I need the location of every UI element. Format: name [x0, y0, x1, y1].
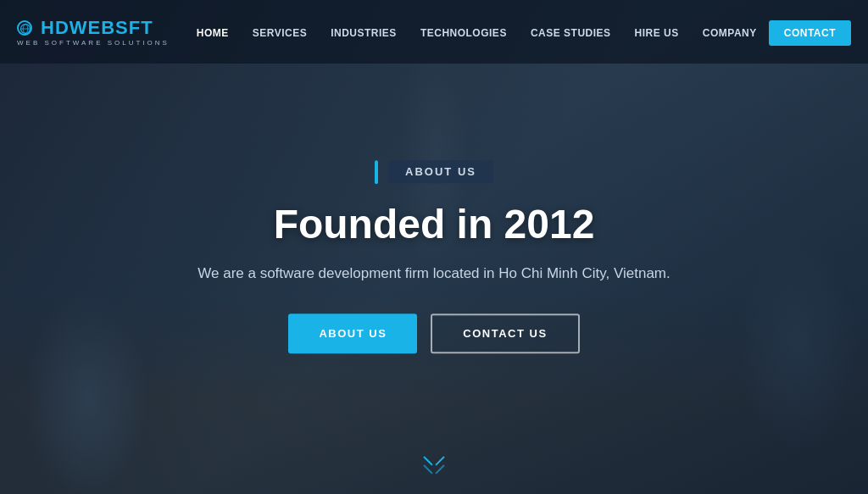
scroll-indicator[interactable] [424, 452, 444, 473]
nav-links: HOME SERVICES INDUSTRIES TECHNOLOGIES CA… [185, 25, 851, 40]
contact-us-button[interactable]: CONTACT US [431, 314, 579, 353]
nav-link-hire-us[interactable]: HIRE US [623, 20, 691, 46]
nav-link-home[interactable]: HOME [185, 20, 241, 46]
nav-item-industries[interactable]: INDUSTRIES [319, 25, 409, 40]
nav-link-services[interactable]: SERVICES [241, 20, 319, 46]
nav-link-case-studies[interactable]: CASE STUDIES [519, 20, 623, 46]
hero-subtitle: We are a software development firm locat… [137, 263, 731, 285]
nav-item-contact[interactable]: CONTACT [769, 25, 851, 40]
nav-item-company[interactable]: COMPANY [691, 25, 769, 40]
nav-item-case-studies[interactable]: CASE STUDIES [519, 25, 623, 40]
hero-buttons: ABOUT US CONTACT US [137, 314, 731, 353]
logo-globe-icon [17, 20, 32, 36]
nav-item-services[interactable]: SERVICES [241, 25, 319, 40]
hero-content: ABOUT US Founded in 2012 We are a softwa… [137, 160, 731, 353]
about-badge: ABOUT US [375, 160, 493, 184]
logo-tagline: WEB SOFTWARE SOLUTIONS [17, 39, 170, 47]
nav-item-technologies[interactable]: TECHNOLOGIES [409, 25, 519, 40]
hero-title: Founded in 2012 [137, 201, 731, 247]
nav-link-technologies[interactable]: TECHNOLOGIES [409, 20, 519, 46]
hero-section: HDWEBSFT WEB SOFTWARE SOLUTIONS HOME SER… [0, 0, 868, 494]
nav-contact-button[interactable]: CONTACT [769, 20, 851, 46]
nav-link-company[interactable]: COMPANY [691, 20, 769, 46]
logo-text: HDWEBSFT [41, 17, 153, 39]
badge-label: ABOUT US [388, 160, 493, 183]
chevron-down-icon-2 [424, 461, 444, 473]
logo[interactable]: HDWEBSFT WEB SOFTWARE SOLUTIONS [17, 17, 170, 47]
nav-item-home[interactable]: HOME [185, 25, 241, 40]
nav-link-industries[interactable]: INDUSTRIES [319, 20, 409, 46]
badge-bar [375, 160, 378, 184]
navbar: HDWEBSFT WEB SOFTWARE SOLUTIONS HOME SER… [0, 0, 868, 64]
about-us-button[interactable]: ABOUT US [288, 314, 417, 353]
nav-item-hire-us[interactable]: HIRE US [623, 25, 691, 40]
